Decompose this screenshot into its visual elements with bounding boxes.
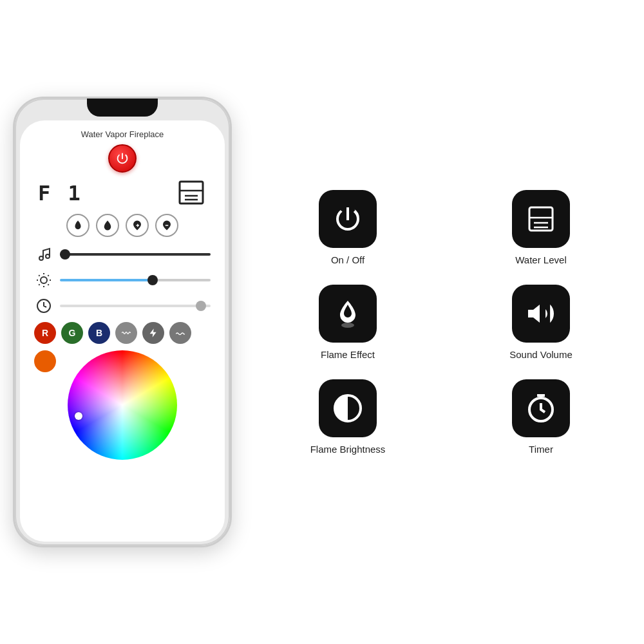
color-wheel-cursor [75, 412, 82, 420]
color-smooth-btn[interactable] [169, 322, 191, 344]
flame-mid-icon [102, 220, 113, 231]
phone-notch [87, 99, 158, 117]
brightness-slider[interactable] [60, 279, 211, 281]
power-on-off-icon [332, 204, 363, 234]
power-button[interactable] [108, 144, 137, 173]
feature-flame-brightness: Flame Brightness [264, 379, 431, 455]
flame-effect-icon [332, 298, 363, 329]
app-title: Water Vapor Fireplace [81, 129, 164, 139]
on-off-icon-box[interactable] [319, 190, 377, 248]
features-panel: On / Off Water Level Flame [258, 177, 631, 468]
water-add-icon [131, 220, 143, 231]
phone-wrapper: Water Vapor Fireplace F 1 [13, 97, 232, 547]
flame-controls-row [66, 214, 178, 237]
brightness-slider-thumb[interactable] [147, 275, 158, 285]
feature-water-level: Water Level [457, 190, 625, 265]
flame-effect-label: Flame Effect [321, 349, 375, 360]
flame-brightness-icon [332, 393, 363, 424]
power-icon [115, 151, 129, 166]
timer-icon [526, 393, 556, 424]
svg-line-13 [39, 284, 39, 285]
color-wheel-container [32, 350, 213, 460]
feature-sound-volume: Sound Volume [457, 285, 625, 360]
phone-frame: Water Vapor Fireplace F 1 [13, 97, 232, 547]
water-remove-btn[interactable] [155, 214, 178, 237]
water-add-btn[interactable] [126, 214, 149, 237]
timer-label: Timer [529, 444, 553, 455]
svg-line-9 [39, 275, 39, 276]
sound-volume-icon [526, 298, 556, 329]
clock-icon-small [36, 298, 52, 314]
timer-icon-box[interactable] [512, 379, 570, 437]
flash-icon [148, 328, 158, 338]
svg-line-14 [48, 275, 48, 276]
feature-on-off: On / Off [264, 190, 431, 265]
water-level-icon-box[interactable] [512, 190, 570, 248]
sound-volume-label: Sound Volume [509, 349, 573, 360]
color-red-btn[interactable]: R [34, 322, 56, 344]
music-slider-thumb[interactable] [60, 249, 70, 260]
on-off-label: On / Off [331, 254, 365, 265]
flame-effect-icon-box[interactable] [319, 285, 377, 343]
flame-mid-btn[interactable] [96, 214, 119, 237]
status-row: F 1 [32, 179, 213, 207]
flame-brightness-label: Flame Brightness [310, 444, 386, 455]
flame-brightness-icon-box[interactable] [319, 379, 377, 437]
wave-icon [121, 328, 131, 338]
water-glass-display [176, 179, 207, 207]
color-flash-btn[interactable] [142, 322, 164, 344]
water-level-label: Water Level [515, 254, 566, 265]
timer-slider-thumb[interactable] [196, 301, 206, 311]
color-green-btn[interactable]: G [61, 322, 83, 344]
music-icon [34, 245, 53, 264]
sun-icon [36, 272, 52, 288]
svg-point-6 [41, 277, 47, 283]
smooth-icon [175, 328, 185, 338]
water-remove-icon [161, 220, 173, 231]
color-wave-btn[interactable] [115, 322, 137, 344]
svg-line-10 [48, 284, 48, 285]
water-glass-icon [176, 179, 207, 207]
svg-point-20 [341, 323, 354, 328]
flame-low-btn[interactable] [66, 214, 90, 237]
color-wheel[interactable] [68, 350, 177, 460]
svg-marker-21 [528, 305, 540, 323]
brightness-icon [34, 270, 53, 290]
color-buttons-row: R G B [32, 322, 213, 344]
timer-slider-row [32, 296, 213, 316]
water-level-icon [526, 204, 556, 234]
main-container: Water Vapor Fireplace F 1 [13, 26, 631, 618]
sound-volume-icon-box[interactable] [512, 285, 570, 343]
orange-color-btn[interactable] [34, 350, 56, 372]
color-blue-btn[interactable]: B [88, 322, 110, 344]
timer-slider[interactable] [60, 305, 211, 307]
brightness-slider-row [32, 270, 213, 290]
timer-slider-icon [34, 296, 53, 316]
music-note-icon [36, 247, 52, 262]
phone-screen: Water Vapor Fireplace F 1 [20, 120, 225, 542]
feature-timer: Timer [457, 379, 625, 455]
fi-indicator: F 1 [38, 181, 83, 205]
feature-flame-effect: Flame Effect [264, 285, 431, 360]
music-slider-row [32, 245, 213, 264]
flame-low-icon [72, 220, 84, 231]
music-slider[interactable] [60, 253, 211, 256]
